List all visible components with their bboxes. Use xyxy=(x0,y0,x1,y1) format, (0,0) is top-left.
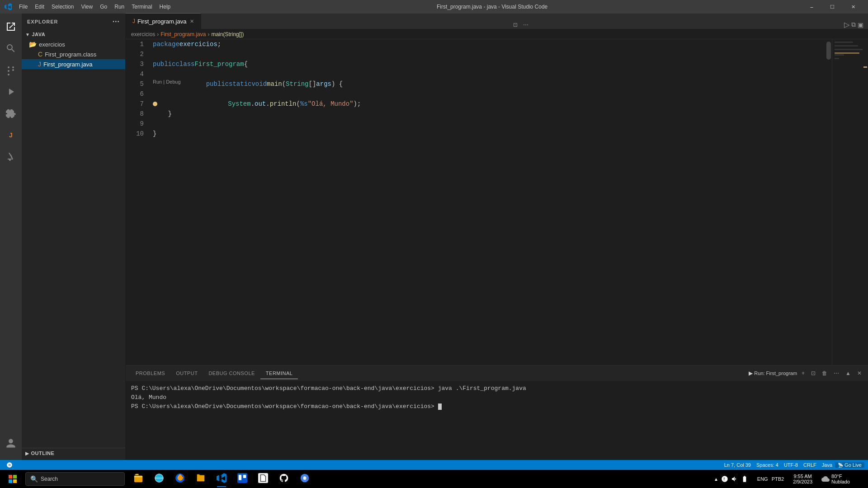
svg-rect-0 xyxy=(9,475,12,479)
menu-selection[interactable]: Selection xyxy=(48,2,77,12)
tab-output[interactable]: OUTPUT xyxy=(170,368,203,379)
tree-file-first-program-java[interactable]: J First_program.java xyxy=(22,59,125,69)
menu-run[interactable]: Run xyxy=(111,2,128,12)
tree-file-first-program-class[interactable]: C First_program.class xyxy=(22,49,125,59)
trello-icon xyxy=(237,473,247,485)
taskbar-app-github[interactable] xyxy=(274,470,294,488)
svg-rect-1 xyxy=(13,475,17,479)
activity-explorer[interactable] xyxy=(0,16,22,38)
split-button[interactable]: ⧉ xyxy=(851,21,856,28)
close-button[interactable]: ✕ xyxy=(843,0,863,14)
status-spaces[interactable]: Spaces: 4 xyxy=(754,462,781,468)
terminal-add-button[interactable]: + xyxy=(800,369,807,377)
status-language[interactable]: Java xyxy=(819,462,835,468)
weather-temp: 80°F xyxy=(831,474,850,479)
taskbar-up-arrow[interactable]: ▲ xyxy=(714,477,718,482)
activity-account[interactable] xyxy=(0,432,22,454)
tab-problems[interactable]: PROBLEMS xyxy=(130,368,170,379)
terminal-more-button[interactable]: ⋯ xyxy=(832,369,841,377)
activity-source-control[interactable] xyxy=(0,59,22,81)
taskbar-app-firefox[interactable] xyxy=(170,470,190,488)
menu-view[interactable]: View xyxy=(77,2,96,12)
menu-help[interactable]: Help xyxy=(156,2,175,12)
terminal-kill-button[interactable]: 🗑 xyxy=(820,369,829,377)
status-bar: Ln 7, Col 39 Spaces: 4 UTF-8 CRLF Java 📡… xyxy=(0,460,868,470)
window-title: First_program.java - java - Visual Studi… xyxy=(183,4,801,10)
taskbar-weather[interactable]: 80°F Nublado xyxy=(818,474,854,484)
code-line-7: System.out.println(%s "Olá, Mundo"); xyxy=(153,99,827,109)
systray[interactable]: ▲ xyxy=(710,475,752,483)
split-editor-button[interactable]: ⊡ xyxy=(511,21,519,29)
code-line-5: Run | Debug public static void main(Stri… xyxy=(153,79,827,89)
status-encoding[interactable]: UTF-8 xyxy=(781,462,801,468)
run-first-program-label: ▶ Run: First_program xyxy=(749,370,797,376)
taskbar-app-vscode[interactable] xyxy=(212,470,231,488)
file-label: First_program.java xyxy=(43,61,92,68)
terminal-tabs: PROBLEMS OUTPUT DEBUG CONSOLE TERMINAL ▶… xyxy=(126,366,868,381)
terminal-line-1: PS C:\Users\alexa\OneDrive\Documentos\wo… xyxy=(131,384,863,393)
tab-debug-console[interactable]: DEBUG CONSOLE xyxy=(203,368,260,379)
minimap xyxy=(832,39,868,365)
activity-extensions[interactable] xyxy=(0,103,22,124)
taskbar-clock[interactable]: 9:55 AM 2/9/2023 xyxy=(789,474,816,484)
scroll-indicator xyxy=(826,39,831,365)
svg-rect-2 xyxy=(9,479,12,483)
keyboard-lang[interactable]: ENG PTB2 xyxy=(754,476,788,482)
status-golive[interactable]: 📡 Go Live xyxy=(835,462,864,468)
sidebar-section-outline[interactable]: ▶ OUTLINE xyxy=(22,448,125,458)
run-button[interactable]: ▷ xyxy=(844,20,849,29)
taskbar-app-files[interactable] xyxy=(128,470,148,488)
weather-info: 80°F Nublado xyxy=(831,474,850,484)
sidebar-section-java-header[interactable]: ▼ JAVA xyxy=(22,29,125,39)
breadcrumb-filename[interactable]: First_program.java xyxy=(160,31,206,38)
show-desktop-button[interactable] xyxy=(855,470,864,488)
sidebar-section-java: ▼ JAVA 📂 exercicios C First_program.clas… xyxy=(22,29,125,69)
tab-close-icon[interactable]: ✕ xyxy=(190,19,194,24)
terminal-split-button[interactable]: ⊡ xyxy=(809,369,817,377)
breadcrumb-sep1: › xyxy=(157,31,159,38)
status-position[interactable]: Ln 7, Col 39 xyxy=(722,462,754,468)
taskbar-search-box[interactable]: 🔍 Search xyxy=(25,472,125,486)
code-editor[interactable]: 1 2 3 4 5 6 7 8 9 10 package exercicios;… xyxy=(126,39,868,365)
menu-file[interactable]: File xyxy=(15,2,31,12)
svg-rect-8 xyxy=(239,474,241,480)
status-eol[interactable]: CRLF xyxy=(801,462,819,468)
menu-terminal[interactable]: Terminal xyxy=(128,2,156,12)
breadcrumb-method[interactable]: main(String[]) xyxy=(211,31,244,38)
taskbar-app-explorer[interactable] xyxy=(191,470,211,488)
clock-time: 9:55 AM xyxy=(793,474,811,479)
chevron-icon: ▼ xyxy=(25,32,30,37)
minimize-button[interactable]: ‒ xyxy=(801,0,822,14)
activity-java[interactable]: J xyxy=(0,124,22,146)
tab-first-program[interactable]: J First_program.java ✕ xyxy=(126,13,201,29)
tab-terminal[interactable]: TERMINAL xyxy=(260,368,298,379)
terminal-maximize-button[interactable]: ▲ xyxy=(844,369,853,377)
vscode-icon xyxy=(5,3,12,10)
terminal-line-2: Olá, Mundo xyxy=(131,393,863,402)
editor-area: J First_program.java ✕ ⊡ ⋯ ▷ ⧉ ▣ exercic… xyxy=(126,14,868,478)
activity-test[interactable] xyxy=(0,146,22,168)
maximize-button[interactable]: ☐ xyxy=(822,0,843,14)
sidebar-menu-icon[interactable]: ⋯ xyxy=(112,17,120,26)
start-button[interactable] xyxy=(4,470,22,488)
layout-button[interactable]: ▣ xyxy=(858,21,863,28)
folder-label: exercicios xyxy=(39,41,65,48)
scroll-thumb xyxy=(826,42,831,60)
status-remote[interactable] xyxy=(4,462,15,468)
code-content[interactable]: package exercicios; public class First_p… xyxy=(148,39,832,365)
tree-folder-exercicios[interactable]: 📂 exercicios xyxy=(22,39,125,49)
folder-open-icon: 📂 xyxy=(29,41,37,48)
taskbar-app-notion[interactable] xyxy=(253,470,273,488)
taskbar-app-chrome[interactable] xyxy=(295,470,315,488)
activity-bar: J xyxy=(0,14,22,478)
activity-run-debug[interactable] xyxy=(0,81,22,103)
taskbar-app-browser1[interactable] xyxy=(149,470,169,488)
terminal-close-button[interactable]: ✕ xyxy=(855,369,863,377)
menu-edit[interactable]: Edit xyxy=(31,2,48,12)
battery-icon xyxy=(741,475,748,483)
menu-go[interactable]: Go xyxy=(96,2,111,12)
activity-search[interactable] xyxy=(0,38,22,59)
taskbar-app-trello[interactable] xyxy=(232,470,252,488)
breadcrumb-exercicios[interactable]: exercicios xyxy=(131,31,155,38)
more-actions-button[interactable]: ⋯ xyxy=(521,21,530,29)
